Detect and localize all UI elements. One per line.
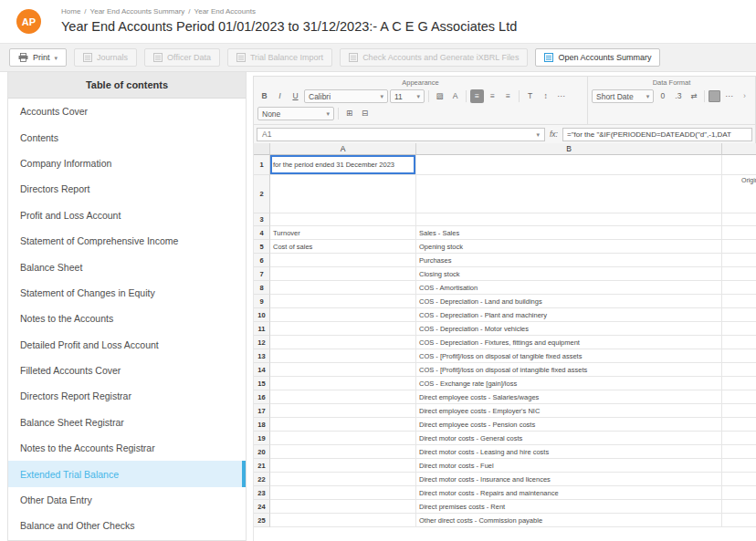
border-all-button[interactable]: ⊞ [342,107,356,120]
cell-A24[interactable] [270,500,416,514]
sidebar-item-directors-report-registrar[interactable]: Directors Report Registrar [8,383,246,409]
cell-C22[interactable] [722,473,756,486]
color-swatch[interactable] [709,90,720,102]
cell-B2[interactable] [416,175,722,213]
cell-C21[interactable] [722,459,756,473]
sidebar-item-other-data-entry[interactable]: Other Data Entry [8,487,246,513]
cell-reference-box[interactable]: A1 ▾ [257,128,545,141]
cell-A14[interactable] [270,363,416,377]
cell-B22[interactable]: Direct motor costs - Insurance and licen… [416,473,722,486]
vertical-align-button[interactable]: ↕ [539,89,552,103]
row-header-16[interactable]: 16 [254,390,270,404]
cell-B8[interactable]: COS - Amortisation [416,281,722,295]
cell-B21[interactable]: Direct motor costs - Fuel [416,459,722,473]
cell-A22[interactable] [270,473,416,486]
cell-B3[interactable] [416,213,722,226]
data-format-select[interactable]: Short Date ▾ [592,89,654,103]
font-size-select[interactable]: 11 ▾ [390,89,425,103]
sidebar-item-balance-and-other-checks[interactable]: Balance and Other Checks [8,513,246,538]
cell-A21[interactable] [270,459,416,473]
underline-button[interactable]: U [289,89,302,103]
cell-B17[interactable]: Direct employee costs - Employer's NIC [416,404,722,418]
sidebar-item-extended-trial-balance[interactable]: Extended Trial Balance [8,461,246,486]
toolbar-button-officer-data[interactable]: Officer Data [144,48,220,67]
cell-C17[interactable] [722,404,756,418]
sidebar-item-statement-of-comprehensive-income[interactable]: Statement of Comprehensive Income [8,228,246,254]
row-header-4[interactable]: 4 [254,226,270,240]
cell-B18[interactable]: Direct employee costs - Pension costs [416,418,722,432]
cell-A12[interactable] [270,336,416,349]
row-header-19[interactable]: 19 [254,432,270,445]
align-center-button[interactable]: ≡ [486,89,499,103]
cell-C5[interactable] [722,240,756,254]
chevron-right-icon[interactable]: › [738,89,751,103]
sidebar-item-balance-sheet[interactable]: Balance Sheet [8,254,246,279]
sidebar-item-profit-and-loss-account[interactable]: Profit and Loss Account [8,203,246,228]
breadcrumb-year-end-accounts-summary[interactable]: Year End Accounts Summary [90,7,185,16]
sidebar-item-balance-sheet-registrar[interactable]: Balance Sheet Registrar [8,410,246,435]
cell-C20[interactable] [722,445,756,459]
cell-C16[interactable] [722,390,756,404]
print-button[interactable]: Print ▾ [9,48,67,67]
cell-B9[interactable]: COS - Depreciation - Land and buildings [416,295,722,308]
row-header-2[interactable]: 2 [254,175,270,213]
cell-C4[interactable] [722,226,756,240]
cell-B5[interactable]: Opening stock [416,240,722,254]
sidebar-item-notes-to-the-accounts[interactable]: Notes to the Accounts [8,306,246,331]
cell-C7[interactable] [722,267,756,281]
fill-color-button[interactable]: ▨ [433,89,446,103]
cell-B10[interactable]: COS - Depreciation - Plant and machinery [416,308,722,322]
cell-B14[interactable]: COS - [Profit]/loss on disposal of intan… [416,363,722,377]
bold-button[interactable]: B [257,89,271,103]
cell-A1[interactable]: for the period ended 31 December 2023 [270,155,416,175]
cell-C19[interactable] [722,432,756,445]
row-header-1[interactable]: 1 [254,155,270,175]
align-right-button[interactable]: ≡ [501,89,515,103]
swap-format-button[interactable]: ⇄ [687,89,700,103]
row-header-20[interactable]: 20 [254,445,270,459]
row-header-6[interactable]: 6 [254,254,270,267]
cell-B12[interactable]: COS - Depreciation - Fixtures, fittings … [416,336,722,349]
cell-B24[interactable]: Direct premises costs - Rent [416,500,722,514]
cell-A9[interactable] [270,295,416,308]
toolbar-button-check-accounts-and-generate-ixbrl-files[interactable]: Check Accounts and Generate iXBRL Files [340,48,528,67]
cell-C10[interactable] [722,308,756,322]
cell-A7[interactable] [270,267,416,281]
wrap-text-button[interactable]: T [523,89,537,103]
cell-B19[interactable]: Direct motor costs - General costs [416,432,722,445]
sidebar-item-directors-report[interactable]: Directors Report [8,176,246,202]
font-select[interactable]: Calibri ▾ [304,89,388,103]
breadcrumb-year-end-accounts[interactable]: Year End Accounts [194,7,256,16]
row-header-23[interactable]: 23 [254,486,270,500]
cell-A10[interactable] [270,308,416,322]
toolbar-button-open-accounts-summary[interactable]: Open Accounts Summary [535,48,660,67]
cell-C6[interactable] [722,254,756,267]
cell-C12[interactable] [722,336,756,349]
row-header-7[interactable]: 7 [254,267,270,281]
grid-corner-cell[interactable] [254,143,270,155]
sidebar-item-detailed-profit-and-loss-account[interactable]: Detailed Profit and Loss Account [8,332,246,358]
row-header-11[interactable]: 11 [254,322,270,336]
cell-C13[interactable] [722,349,756,363]
sidebar-item-accounts-cover[interactable]: Accounts Cover [8,99,246,124]
cell-A2[interactable] [270,175,416,213]
cell-B7[interactable]: Closing stock [416,267,722,281]
cell-A18[interactable] [270,418,416,432]
formula-input[interactable] [562,128,752,141]
cell-B13[interactable]: COS - [Profit]/loss on disposal of tangi… [416,349,722,363]
cell-C15[interactable] [722,377,756,390]
cell-A3[interactable] [270,213,416,226]
cell-A5[interactable]: Cost of sales [270,240,416,254]
cell-A15[interactable] [270,377,416,390]
column-header-b[interactable]: B [416,143,722,155]
toolbar-button-journals[interactable]: Journals [74,48,137,67]
cell-C3[interactable] [722,213,756,226]
cell-A16[interactable] [270,390,416,404]
row-header-8[interactable]: 8 [254,281,270,295]
cell-B15[interactable]: COS - Exchange rate [gain]/loss [416,377,722,390]
row-header-3[interactable]: 3 [254,213,270,226]
cell-A20[interactable] [270,445,416,459]
cell-A6[interactable] [270,254,416,267]
italic-button[interactable]: I [273,89,287,103]
row-header-18[interactable]: 18 [254,418,270,432]
